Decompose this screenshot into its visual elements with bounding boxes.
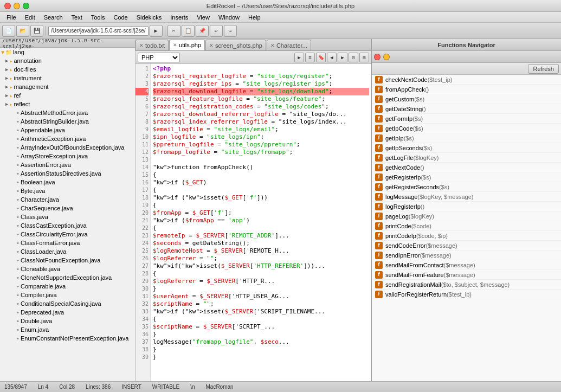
tree-item[interactable]: ▶▸ annotation bbox=[0, 56, 135, 65]
menu-inserts[interactable]: Inserts bbox=[166, 13, 192, 22]
format-button[interactable]: ≡ bbox=[305, 53, 315, 62]
fn-list-item[interactable]: fgetLogFile($logKey) bbox=[372, 153, 561, 163]
redo-button[interactable]: ↪ bbox=[224, 25, 237, 37]
path-field[interactable]: /Users/user/java/jdk-1.5.0-src-scsl/j2se… bbox=[48, 26, 149, 36]
fn-list-item[interactable]: fgetFormIp($s) bbox=[372, 114, 561, 124]
fn-close-button[interactable] bbox=[374, 54, 381, 60]
tree-item[interactable]: ▶▸ doc-files bbox=[0, 65, 135, 74]
code-editor[interactable]: 1234567891011121314151617181920212223242… bbox=[136, 64, 371, 381]
run-button[interactable]: ▶ bbox=[294, 53, 304, 62]
menu-file[interactable]: File bbox=[2, 13, 21, 22]
tree-item[interactable]: • ClassFormatError.java bbox=[0, 239, 135, 247]
tree-item[interactable]: ▶▸ ref bbox=[0, 91, 135, 100]
tree-item[interactable]: • ArrayStoreException.java bbox=[0, 152, 135, 160]
fn-list-item[interactable]: flogMessage($logKey, $message) bbox=[372, 192, 561, 202]
unfold-button[interactable]: ⊞ bbox=[359, 53, 369, 62]
fn-list-item[interactable]: fgetDateString() bbox=[372, 104, 561, 114]
tab-screenshots[interactable]: ✕ screen_shots.php bbox=[205, 40, 266, 50]
minimize-button[interactable] bbox=[14, 3, 20, 9]
fn-list-item[interactable]: fgetIpCode($s) bbox=[372, 124, 561, 133]
tree-item[interactable]: • Deprecated.java bbox=[0, 308, 135, 317]
tree-item[interactable]: • ClassCastException.java bbox=[0, 221, 135, 230]
menu-code[interactable]: Code bbox=[109, 13, 132, 22]
close-button[interactable] bbox=[4, 3, 11, 9]
tab-close-todo[interactable]: ✕ bbox=[139, 43, 144, 48]
fn-list-item[interactable]: fsendRegistrationMail($to, $subject, $me… bbox=[372, 280, 561, 290]
tab-character[interactable]: ✕ Character... bbox=[267, 40, 311, 50]
tree-item[interactable]: • AssertionError.java bbox=[0, 160, 135, 169]
copy-button[interactable]: 📋 bbox=[182, 25, 195, 37]
tree-item[interactable]: ▶▸ management bbox=[0, 82, 135, 91]
tab-close-utils[interactable]: ✕ bbox=[173, 42, 177, 48]
fn-list-item[interactable]: fcheckNextCode($test_ip) bbox=[372, 75, 561, 85]
next-bookmark[interactable]: ▶ bbox=[338, 53, 347, 62]
sidebar-tree[interactable]: ▼ 📁 lang ▶▸ annotation▶▸ doc-files▶▸ ins… bbox=[0, 48, 135, 381]
cut-button[interactable]: ✂ bbox=[167, 25, 180, 37]
tree-item[interactable]: • Class.java bbox=[0, 213, 135, 221]
tree-item[interactable]: • CloneNotSupportedException.java bbox=[0, 273, 135, 282]
code-content[interactable]: <?php$razorsql_register_logfile = "site_… bbox=[151, 64, 371, 381]
bookmark-button[interactable]: 🔖 bbox=[316, 53, 326, 62]
maximize-button[interactable] bbox=[23, 3, 29, 9]
tree-root-lang[interactable]: ▼ 📁 lang bbox=[0, 48, 135, 56]
fn-list-item[interactable]: fsendCodeError($message) bbox=[372, 241, 561, 250]
open-button[interactable]: 📂 bbox=[16, 25, 29, 37]
menu-edit[interactable]: Edit bbox=[21, 13, 40, 22]
fn-list-item[interactable]: fpageLog($logKey) bbox=[372, 211, 561, 221]
menu-text[interactable]: Text bbox=[67, 13, 87, 22]
refresh-button[interactable]: Refresh bbox=[528, 64, 559, 74]
paste-button[interactable]: 📌 bbox=[196, 25, 209, 37]
tree-item[interactable]: • ClassCircularityError.java bbox=[0, 230, 135, 239]
prev-bookmark[interactable]: ◀ bbox=[327, 53, 337, 62]
tab-utils[interactable]: ✕ utils.php bbox=[169, 40, 205, 50]
menu-sidekicks[interactable]: Sidekicks bbox=[132, 13, 166, 22]
tree-item[interactable]: • ArithmeticException.java bbox=[0, 134, 135, 143]
fn-list-item[interactable]: fvalidForRegisterReturn($test_ip) bbox=[372, 290, 561, 299]
save-button[interactable]: 💾 bbox=[30, 25, 43, 37]
menu-search[interactable]: Search bbox=[40, 13, 67, 22]
tree-item[interactable]: • Byte.java bbox=[0, 187, 135, 195]
tree-item[interactable]: • CharSequence.java bbox=[0, 204, 135, 213]
fn-min-button[interactable] bbox=[383, 54, 390, 60]
tree-item[interactable]: ▶▸ reflect bbox=[0, 100, 135, 108]
fn-list-item[interactable]: flogRegisterIp() bbox=[372, 202, 561, 211]
fn-list-item[interactable]: fgetCustom($s) bbox=[372, 94, 561, 104]
fn-list-item[interactable]: ffromAppCheck() bbox=[372, 85, 561, 94]
tree-item[interactable]: • Compiler.java bbox=[0, 291, 135, 299]
tree-item[interactable]: ▶▸ instrument bbox=[0, 74, 135, 82]
tree-item[interactable]: • AssertionStatusDirectives.java bbox=[0, 169, 135, 178]
undo-button[interactable]: ↩ bbox=[210, 25, 223, 37]
fn-list-item[interactable]: fsendMailFromFeature($message) bbox=[372, 270, 561, 280]
menu-tools[interactable]: Tools bbox=[87, 13, 109, 22]
tree-item[interactable]: • EnumConstantNotPresentException.java bbox=[0, 334, 135, 343]
tree-item[interactable]: • AbstractMethodError.java bbox=[0, 108, 135, 117]
fn-list-item[interactable]: fgetIpIp($s) bbox=[372, 133, 561, 143]
fn-list-item[interactable]: fprintCode($code) bbox=[372, 221, 561, 231]
go-button[interactable]: ▶ bbox=[150, 25, 163, 37]
fn-list-item[interactable]: fgetIpSeconds($s) bbox=[372, 143, 561, 153]
tree-item[interactable]: • AbstractStringBuilder.java bbox=[0, 117, 135, 126]
fn-list[interactable]: fcheckNextCode($test_ip)ffromAppCheck()f… bbox=[372, 75, 561, 381]
menu-help[interactable]: Help bbox=[244, 13, 265, 22]
language-select[interactable]: PHP JavaScript HTML bbox=[138, 53, 180, 62]
fn-list-item[interactable]: fgetRegisterIp($s) bbox=[372, 172, 561, 182]
tree-item[interactable]: • ConditionalSpecialCasing.java bbox=[0, 299, 135, 308]
tree-item[interactable]: • Cloneable.java bbox=[0, 265, 135, 273]
tab-close-screenshots[interactable]: ✕ bbox=[209, 43, 214, 48]
tree-item[interactable]: • Double.java bbox=[0, 317, 135, 325]
tree-item[interactable]: • ArrayIndexOutOfBoundsException.java bbox=[0, 143, 135, 152]
tab-close-character[interactable]: ✕ bbox=[270, 43, 275, 48]
tree-item[interactable]: • Enum.java bbox=[0, 325, 135, 334]
new-button[interactable]: 📄 bbox=[2, 25, 15, 37]
fold-button[interactable]: ⊟ bbox=[349, 53, 358, 62]
tree-item[interactable]: • ClassLoader.java bbox=[0, 247, 135, 256]
menu-view[interactable]: View bbox=[192, 13, 214, 22]
fn-list-item[interactable]: fgetNextCode() bbox=[372, 163, 561, 172]
fn-list-item[interactable]: fsendIpnError($message) bbox=[372, 250, 561, 260]
tree-item[interactable]: • Character.java bbox=[0, 195, 135, 204]
menu-window[interactable]: Window bbox=[214, 13, 244, 22]
tree-item[interactable]: • Boolean.java bbox=[0, 178, 135, 187]
fn-list-item[interactable]: fprintCodeIp($code, $ip) bbox=[372, 231, 561, 241]
fn-list-item[interactable]: fsendMailFromContact($message) bbox=[372, 260, 561, 270]
tree-item[interactable]: • ClassNotFoundException.java bbox=[0, 256, 135, 265]
